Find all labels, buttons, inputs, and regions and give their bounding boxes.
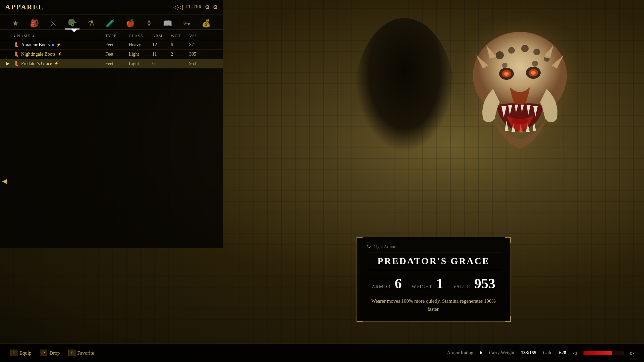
settings-icon[interactable]: ⚙ bbox=[213, 4, 218, 10]
drop-key: R bbox=[40, 350, 48, 356]
carry-weight-label: Carry Weight bbox=[489, 350, 514, 356]
backpack-icon[interactable]: 🎒 bbox=[27, 18, 42, 29]
category-bar: ★ 🎒 ⚔ 🪖 ⚗ 🧪 🍎 ⚱ 📖 🗝 💰 bbox=[0, 14, 223, 30]
gold-icon[interactable]: 💰 bbox=[199, 18, 213, 29]
item-stats-row: ARMOR 6 WEIGHT 1 VALUE 953 bbox=[367, 276, 500, 292]
sort-circle: ● bbox=[13, 34, 16, 38]
item-description: Wearer moves 100% more quietly. Stamina … bbox=[367, 297, 500, 313]
lightning-icon: ⚡ bbox=[56, 43, 61, 47]
action-favorite: F Favorite bbox=[68, 350, 94, 356]
card-divider-top bbox=[367, 252, 500, 252]
item-detail-card: 🛡 Light Armor PREDATOR'S GRACE ARMOR 6 W… bbox=[357, 237, 511, 322]
enchant-gem-icon: ◆ bbox=[52, 43, 54, 47]
back-arrow-icon[interactable]: ◁◁ bbox=[173, 3, 183, 11]
item-wgt-0: 6 bbox=[171, 42, 189, 48]
svg-point-2 bbox=[508, 47, 515, 54]
bottom-bar: E Equip R Drop F Favorite Armor Rating 6… bbox=[0, 344, 644, 362]
card-divider-mid bbox=[367, 270, 500, 270]
panel-title: APPAREL bbox=[5, 3, 44, 11]
filter-label: FILTER bbox=[186, 4, 202, 10]
item-type-0: Feet bbox=[105, 42, 129, 48]
svg-point-13 bbox=[531, 71, 536, 75]
action-hints: E Equip R Drop F Favorite bbox=[10, 350, 94, 356]
table-row[interactable]: ▶ 👢 Predator's Grace ⚡ Feet Light 6 1 95… bbox=[0, 59, 223, 68]
drop-label: Drop bbox=[49, 350, 60, 356]
svg-point-12 bbox=[504, 72, 509, 76]
favorite-key: F bbox=[68, 350, 75, 356]
inventory-panel: APPAREL ◁◁ FILTER ⚙ ⚙ ★ 🎒 ⚔ 🪖 ⚗ 🧪 🍎 ⚱ 📖 … bbox=[0, 0, 223, 248]
flask-icon[interactable]: 🧪 bbox=[103, 18, 117, 29]
sort-up-icon: ▲ bbox=[32, 34, 35, 38]
svg-point-7 bbox=[532, 61, 538, 67]
food-icon[interactable]: 🍎 bbox=[123, 18, 138, 29]
wgt-column-header[interactable]: WGT bbox=[171, 34, 189, 39]
table-header: ● NAME ▲ TYPE CLASS ARM WGT VAL bbox=[0, 32, 223, 40]
books-icon[interactable]: 📖 bbox=[160, 18, 175, 29]
arm-column-header[interactable]: ARM bbox=[152, 34, 171, 39]
table-row[interactable]: 👢 Nightingale Boots ⚡ Feet Light 11 2 30… bbox=[0, 50, 223, 59]
title-bar: APPAREL ◁◁ FILTER ⚙ ⚙ bbox=[0, 0, 223, 14]
svg-point-1 bbox=[496, 51, 504, 59]
card-corner-tl bbox=[357, 237, 363, 243]
weight-value: 1 bbox=[436, 276, 443, 291]
armor-rating-label: Armor Rating bbox=[447, 350, 473, 356]
health-arrows-left: ◁ bbox=[573, 350, 577, 356]
val-column-header[interactable]: VAL bbox=[189, 34, 209, 39]
item-name-predators-grace: 👢 Predator's Grace ⚡ bbox=[13, 61, 105, 66]
nav-left-arrow[interactable]: ◀ bbox=[0, 174, 9, 188]
item-val-0: 87 bbox=[189, 42, 209, 48]
weapons-icon[interactable]: ⚔ bbox=[47, 18, 59, 29]
card-corner-bl bbox=[357, 316, 363, 322]
type-column-header[interactable]: TYPE bbox=[105, 34, 129, 39]
item-name-amateur-boots: 👢 Amateur Boots ◆ ⚡ bbox=[13, 42, 105, 48]
favorites-icon[interactable]: ★ bbox=[9, 18, 21, 29]
svg-point-14 bbox=[512, 117, 528, 124]
creature-display bbox=[436, 17, 604, 161]
health-bar bbox=[583, 351, 624, 355]
item-class-1: Light bbox=[129, 52, 152, 57]
value-value: 953 bbox=[474, 276, 495, 291]
armor-label: ARMOR bbox=[372, 284, 390, 289]
armor-icon[interactable]: 🪖 bbox=[65, 17, 79, 29]
svg-point-3 bbox=[521, 45, 529, 52]
item-wgt-2: 1 bbox=[171, 61, 189, 66]
item-list: 👢 Amateur Boots ◆ ⚡ Feet Heavy 12 6 87 👢… bbox=[0, 40, 223, 68]
health-fill bbox=[584, 351, 612, 355]
carry-weight-value: 133/155 bbox=[521, 350, 536, 356]
value-label: VALUE bbox=[453, 284, 470, 289]
item-class-0: Heavy bbox=[129, 42, 152, 48]
status-bar: Armor Rating 6 Carry Weight 133/155 Gold… bbox=[447, 350, 634, 356]
item-class-2: Light bbox=[129, 61, 152, 66]
item-name-nightingale-boots: 👢 Nightingale Boots ⚡ bbox=[13, 51, 105, 57]
item-val-1: 305 bbox=[189, 52, 209, 57]
item-detail-name: PREDATOR'S GRACE bbox=[367, 256, 500, 266]
equip-label: Equip bbox=[19, 350, 32, 356]
item-val-2: 953 bbox=[189, 61, 209, 66]
gold-value: 628 bbox=[559, 350, 566, 356]
row-select-arrow-icon: ▶ bbox=[6, 61, 10, 66]
boots-icon-3: 👢 bbox=[13, 61, 19, 66]
item-wgt-1: 2 bbox=[171, 52, 189, 57]
class-column-header[interactable]: CLASS bbox=[129, 34, 152, 39]
action-drop: R Drop bbox=[40, 350, 60, 356]
item-arm-1: 11 bbox=[152, 52, 171, 57]
item-type-2: Feet bbox=[105, 61, 129, 66]
gold-label: Gold bbox=[543, 350, 552, 356]
armor-rating-value: 6 bbox=[480, 350, 482, 356]
value-stat: VALUE 953 bbox=[453, 276, 495, 292]
keys-icon[interactable]: 🗝 bbox=[180, 18, 193, 29]
table-row[interactable]: 👢 Amateur Boots ◆ ⚡ Feet Heavy 12 6 87 bbox=[0, 40, 223, 50]
card-corner-tr bbox=[505, 237, 511, 243]
title-controls: ◁◁ FILTER ⚙ ⚙ bbox=[173, 3, 218, 11]
potions-icon[interactable]: ⚗ bbox=[85, 18, 97, 29]
card-corner-br bbox=[505, 316, 511, 322]
shield-small-icon: 🛡 bbox=[367, 244, 372, 249]
favorite-label: Favorite bbox=[77, 350, 94, 356]
weight-label: WEIGHT bbox=[412, 284, 432, 289]
mortar-icon[interactable]: ⚱ bbox=[143, 18, 155, 29]
name-column-header[interactable]: ● NAME ▲ bbox=[13, 34, 105, 39]
item-arm-0: 12 bbox=[152, 42, 171, 48]
armor-value: 6 bbox=[395, 276, 402, 291]
equip-key: E bbox=[10, 350, 17, 356]
filter-icon[interactable]: ⚙ bbox=[205, 4, 210, 10]
